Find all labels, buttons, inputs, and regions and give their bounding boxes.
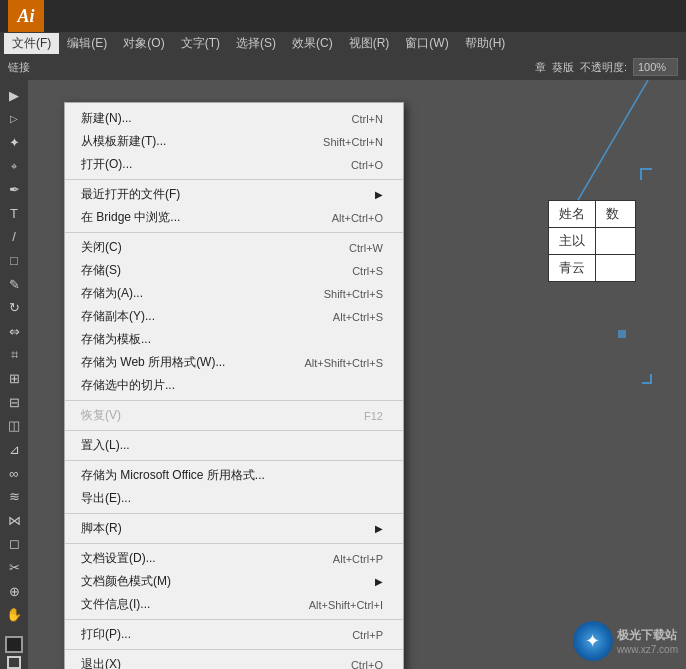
menu-print[interactable]: 打印(P)... Ctrl+P bbox=[65, 623, 403, 646]
table-cell: 数 bbox=[596, 201, 636, 228]
tool-type[interactable]: T bbox=[2, 202, 26, 225]
menu-save-copy[interactable]: 存储副本(Y)... Alt+Ctrl+S bbox=[65, 305, 403, 328]
table-cell: 主以 bbox=[549, 228, 596, 255]
left-toolbar: ▶ ▷ ✦ ⌖ ✒ T / □ ✎ ↻ ⇔ ⌗ ⊞ ⊟ ◫ ⊿ ∞ ≋ ⋈ ◻ … bbox=[0, 80, 28, 669]
tool-blend[interactable]: ∞ bbox=[2, 462, 26, 485]
tool-eyedropper[interactable]: ⊿ bbox=[2, 438, 26, 461]
toolbar-opacity-label: 不透明度: bbox=[580, 60, 627, 75]
sep5 bbox=[65, 460, 403, 461]
tool-shape-builder[interactable]: ⊟ bbox=[2, 391, 26, 414]
svg-line-0 bbox=[578, 80, 648, 200]
tool-scissors[interactable]: ✂ bbox=[2, 556, 26, 579]
menu-save-web[interactable]: 存储为 Web 所用格式(W)... Alt+Shift+Ctrl+S bbox=[65, 351, 403, 374]
watermark: 极光下载站 www.xz7.com bbox=[573, 621, 678, 661]
svg-rect-1 bbox=[618, 330, 626, 338]
tool-width[interactable]: ⌗ bbox=[2, 344, 26, 367]
menu-save-as[interactable]: 存储为(A)... Shift+Ctrl+S bbox=[65, 282, 403, 305]
menu-exit[interactable]: 退出(X) Ctrl+Q bbox=[65, 653, 403, 669]
toolbar-row: 链接 章 葵版 不透明度: bbox=[0, 54, 686, 80]
menu-close[interactable]: 关闭(C) Ctrl+W bbox=[65, 236, 403, 259]
fill-color[interactable] bbox=[5, 636, 23, 653]
menu-save[interactable]: 存储(S) Ctrl+S bbox=[65, 259, 403, 282]
selection-corner-br bbox=[642, 374, 652, 384]
menu-doc-color[interactable]: 文档颜色模式(M) ▶ bbox=[65, 570, 403, 593]
table-cell: 姓名 bbox=[549, 201, 596, 228]
sep8 bbox=[65, 619, 403, 620]
tool-magic-wand[interactable]: ✦ bbox=[2, 131, 26, 154]
tool-gradient[interactable]: ◫ bbox=[2, 415, 26, 438]
menu-bridge[interactable]: 在 Bridge 中浏览... Alt+Ctrl+O bbox=[65, 206, 403, 229]
menu-item-text[interactable]: 文字(T) bbox=[173, 33, 228, 54]
tool-rotate[interactable]: ↻ bbox=[2, 296, 26, 319]
sep9 bbox=[65, 649, 403, 650]
menu-item-select[interactable]: 选择(S) bbox=[228, 33, 284, 54]
menu-bar: 文件(F) 编辑(E) 对象(O) 文字(T) 选择(S) 效果(C) 视图(R… bbox=[0, 32, 686, 54]
selection-corner-tl bbox=[640, 168, 652, 180]
toolbar-chapter-label: 章 bbox=[535, 60, 546, 75]
tool-free-transform[interactable]: ⊞ bbox=[2, 367, 26, 390]
menu-save-selected[interactable]: 存储选中的切片... bbox=[65, 374, 403, 397]
toolbar-leaf-label: 葵版 bbox=[552, 60, 574, 75]
sep1 bbox=[65, 179, 403, 180]
table-cell: 青云 bbox=[549, 255, 596, 282]
sep2 bbox=[65, 232, 403, 233]
sep6 bbox=[65, 513, 403, 514]
table-row: 青云 bbox=[549, 255, 636, 282]
tool-lasso[interactable]: ⌖ bbox=[2, 155, 26, 178]
tool-slice[interactable]: ⋈ bbox=[2, 509, 26, 532]
menu-scripts[interactable]: 脚本(R) ▶ bbox=[65, 517, 403, 540]
menu-item-effect[interactable]: 效果(C) bbox=[284, 33, 341, 54]
menu-save-ms[interactable]: 存储为 Microsoft Office 所用格式... bbox=[65, 464, 403, 487]
menu-new[interactable]: 新建(N)... Ctrl+N bbox=[65, 107, 403, 130]
tool-rect[interactable]: □ bbox=[2, 249, 26, 272]
tool-line[interactable]: / bbox=[2, 226, 26, 249]
menu-recent[interactable]: 最近打开的文件(F) ▶ bbox=[65, 183, 403, 206]
tool-mirror[interactable]: ⇔ bbox=[2, 320, 26, 343]
table-cell bbox=[596, 255, 636, 282]
file-dropdown-menu: 新建(N)... Ctrl+N 从模板新建(T)... Shift+Ctrl+N… bbox=[64, 102, 404, 669]
sep7 bbox=[65, 543, 403, 544]
tool-hand[interactable]: ✋ bbox=[2, 603, 26, 626]
title-bar: Ai bbox=[0, 0, 686, 32]
menu-file-info[interactable]: 文件信息(I)... Alt+Shift+Ctrl+I bbox=[65, 593, 403, 616]
tool-zoom[interactable]: ⊕ bbox=[2, 580, 26, 603]
menu-revert[interactable]: 恢复(V) F12 bbox=[65, 404, 403, 427]
canvas-area: 新建(N)... Ctrl+N 从模板新建(T)... Shift+Ctrl+N… bbox=[28, 80, 686, 669]
main-area: ▶ ▷ ✦ ⌖ ✒ T / □ ✎ ↻ ⇔ ⌗ ⊞ ⊟ ◫ ⊿ ∞ ≋ ⋈ ◻ … bbox=[0, 80, 686, 669]
menu-item-help[interactable]: 帮助(H) bbox=[457, 33, 514, 54]
tool-paintbrush[interactable]: ✎ bbox=[2, 273, 26, 296]
menu-doc-settings[interactable]: 文档设置(D)... Alt+Ctrl+P bbox=[65, 547, 403, 570]
ai-logo: Ai bbox=[8, 0, 44, 32]
toolbar-chain-label: 链接 bbox=[8, 60, 30, 75]
canvas-table: 姓名 数 主以 青云 bbox=[548, 200, 636, 282]
menu-open[interactable]: 打开(O)... Ctrl+O bbox=[65, 153, 403, 176]
menu-export[interactable]: 导出(E)... bbox=[65, 487, 403, 510]
menu-item-file[interactable]: 文件(F) bbox=[4, 33, 59, 54]
stroke-color[interactable] bbox=[7, 656, 21, 669]
sep4 bbox=[65, 430, 403, 431]
watermark-url: www.xz7.com bbox=[617, 644, 678, 655]
menu-item-edit[interactable]: 编辑(E) bbox=[59, 33, 115, 54]
menu-item-object[interactable]: 对象(O) bbox=[115, 33, 172, 54]
tool-direct-select[interactable]: ▷ bbox=[2, 108, 26, 131]
menu-item-window[interactable]: 窗口(W) bbox=[397, 33, 456, 54]
table-cell bbox=[596, 228, 636, 255]
menu-item-view[interactable]: 视图(R) bbox=[341, 33, 398, 54]
watermark-icon bbox=[573, 621, 613, 661]
menu-place[interactable]: 置入(L)... bbox=[65, 434, 403, 457]
tool-art-brush[interactable]: ≋ bbox=[2, 485, 26, 508]
menu-save-template[interactable]: 存储为模板... bbox=[65, 328, 403, 351]
tool-eraser[interactable]: ◻ bbox=[2, 533, 26, 556]
table-row: 主以 bbox=[549, 228, 636, 255]
tool-pen[interactable]: ✒ bbox=[2, 178, 26, 201]
toolbar-opacity-input[interactable] bbox=[633, 58, 678, 76]
sep3 bbox=[65, 400, 403, 401]
watermark-text: 极光下载站 bbox=[617, 627, 678, 644]
menu-new-from-template[interactable]: 从模板新建(T)... Shift+Ctrl+N bbox=[65, 130, 403, 153]
table-row: 姓名 数 bbox=[549, 201, 636, 228]
tool-select[interactable]: ▶ bbox=[2, 84, 26, 107]
